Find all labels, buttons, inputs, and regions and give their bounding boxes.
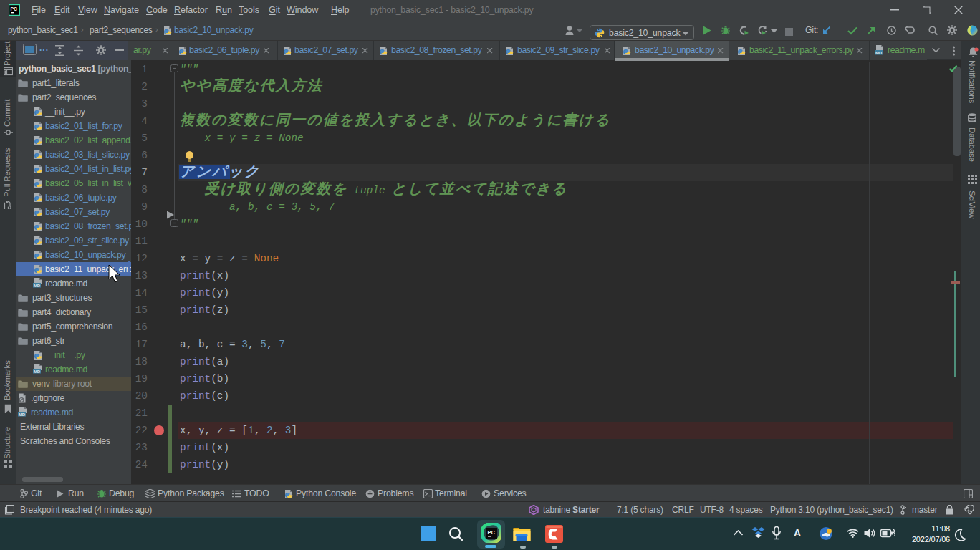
- svg-text:PC: PC: [11, 6, 17, 11]
- svg-text:PC: PC: [488, 529, 496, 536]
